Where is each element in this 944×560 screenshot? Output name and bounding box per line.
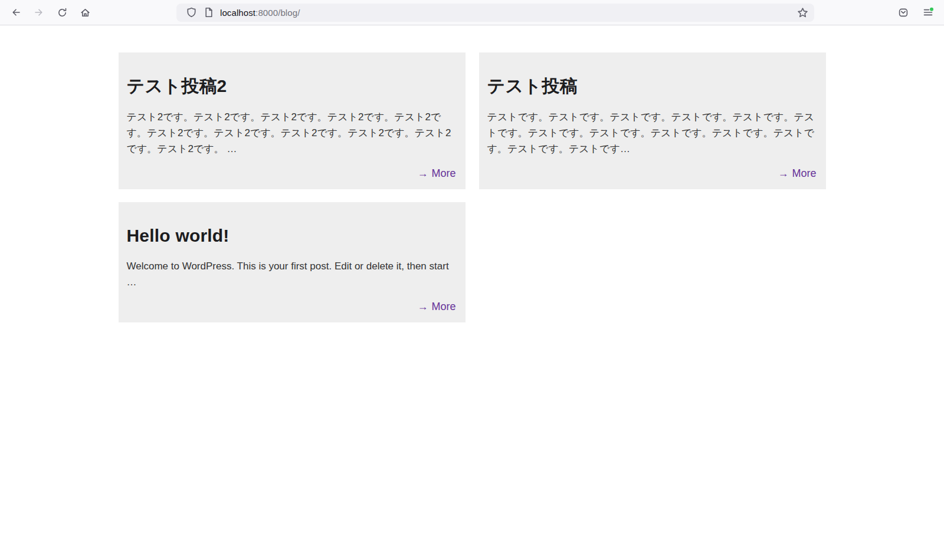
post-title: テスト投稿 xyxy=(487,75,818,97)
post-title: テスト投稿2 xyxy=(127,75,457,97)
pocket-button[interactable] xyxy=(894,3,913,22)
reload-icon xyxy=(57,8,67,18)
post-card: テスト投稿 テストです。テストです。テストです。テストです。テストです。テストで… xyxy=(479,52,826,189)
forward-arrow-icon xyxy=(34,8,44,17)
menu-notification-badge xyxy=(930,8,933,11)
browser-toolbar: localhost:8000/blog/ xyxy=(0,0,944,25)
url-host: localhost xyxy=(220,8,255,18)
url-path: :8000/blog/ xyxy=(255,8,300,18)
more-row: →More xyxy=(127,301,456,313)
more-label: More xyxy=(792,167,816,179)
more-row: →More xyxy=(127,167,456,180)
forward-button xyxy=(30,3,48,22)
reload-button[interactable] xyxy=(53,3,71,22)
url-text: localhost:8000/blog/ xyxy=(220,8,794,18)
post-title: Hello world! xyxy=(127,225,457,247)
post-card: Hello world! Welcome to WordPress. This … xyxy=(119,202,466,323)
post-excerpt: テストです。テストです。テストです。テストです。テストです。テストです。テストで… xyxy=(487,109,818,157)
right-arrow-icon: → xyxy=(417,301,428,312)
home-button[interactable] xyxy=(76,3,94,22)
more-link[interactable]: →More xyxy=(778,167,816,179)
toolbar-right-buttons xyxy=(894,3,938,22)
blog-post-grid: テスト投稿2 テスト2です。テスト2です。テスト2です。テスト2です。テスト2で… xyxy=(119,52,826,322)
right-arrow-icon: → xyxy=(417,167,428,179)
app-menu-button[interactable] xyxy=(919,3,938,22)
star-icon xyxy=(797,7,808,18)
more-label: More xyxy=(431,301,455,312)
pocket-icon xyxy=(898,7,909,18)
post-card: テスト投稿2 テスト2です。テスト2です。テスト2です。テスト2です。テスト2で… xyxy=(119,52,466,189)
hamburger-menu-icon xyxy=(923,7,934,18)
back-button[interactable] xyxy=(6,3,25,22)
page-info-icon[interactable] xyxy=(202,5,215,20)
post-excerpt: テスト2です。テスト2です。テスト2です。テスト2です。テスト2です。テスト2で… xyxy=(127,109,457,157)
back-arrow-icon xyxy=(11,8,21,17)
right-arrow-icon: → xyxy=(778,167,788,179)
home-icon xyxy=(80,8,90,18)
post-excerpt: Welcome to WordPress. This is your first… xyxy=(127,258,457,290)
more-link[interactable]: →More xyxy=(417,167,455,179)
bookmark-star-button[interactable] xyxy=(794,4,811,21)
more-row: →More xyxy=(487,167,817,180)
more-link[interactable]: →More xyxy=(417,301,455,312)
tracking-protection-shield-icon[interactable] xyxy=(185,5,198,20)
url-bar[interactable]: localhost:8000/blog/ xyxy=(176,4,814,22)
more-label: More xyxy=(431,167,455,179)
